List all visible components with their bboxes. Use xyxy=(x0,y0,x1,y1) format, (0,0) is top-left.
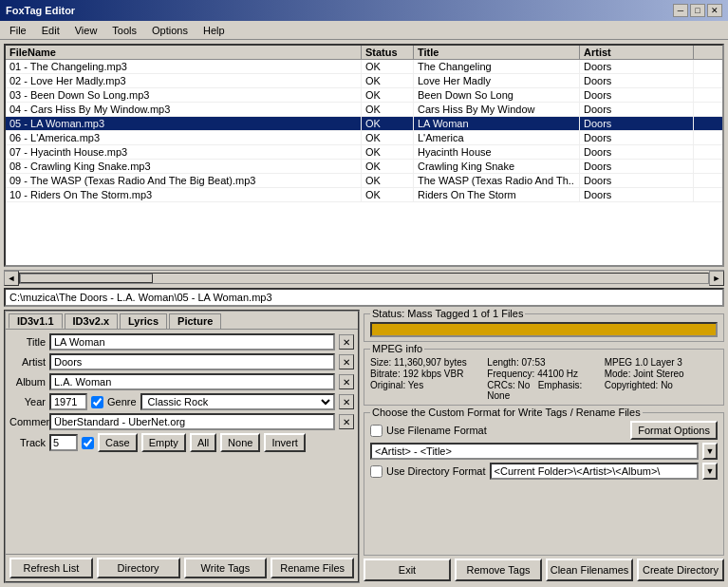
artist-label: Artist xyxy=(9,356,46,368)
mpeg-crcs: CRCs: No Emphasis: None xyxy=(487,380,600,401)
table-cell-status: OK xyxy=(362,188,414,201)
empty-button[interactable]: Empty xyxy=(141,433,186,452)
table-row[interactable]: 03 - Been Down So Long.mp3OKBeen Down So… xyxy=(6,88,722,103)
menu-options[interactable]: Options xyxy=(146,24,194,37)
clean-filenames-button[interactable]: Clean Filenames xyxy=(546,559,633,581)
table-cell-status: OK xyxy=(362,160,414,173)
scroll-right-btn[interactable]: ► xyxy=(709,271,724,286)
hscroll-track[interactable] xyxy=(19,273,709,284)
exit-button[interactable]: Exit xyxy=(364,559,451,581)
mpeg-freq: Frequency: 44100 Hz xyxy=(487,369,600,379)
table-cell-artist: Doors xyxy=(580,60,694,73)
table-cell-filename: 03 - Been Down So Long.mp3 xyxy=(6,88,362,102)
write-tags-button[interactable]: Write Tags xyxy=(184,558,268,578)
right-panel: Status: Mass Tagged 1 of 1 Files MPEG in… xyxy=(364,310,724,583)
table-row[interactable]: 08 - Crawling King Snake.mp3OKCrawling K… xyxy=(6,160,722,174)
menu-file[interactable]: File xyxy=(4,24,32,37)
filename-format-input[interactable] xyxy=(370,443,699,460)
album-field-row: Album ✕ xyxy=(9,373,354,390)
table-row[interactable]: 02 - Love Her Madly.mp3OKLove Her MadlyD… xyxy=(6,74,722,88)
menu-tools[interactable]: Tools xyxy=(106,24,142,37)
file-list-container: FileName Status Title Artist 01 - The Ch… xyxy=(4,44,724,267)
refresh-list-button[interactable]: Refresh List xyxy=(9,558,93,578)
format-options-button[interactable]: Format Options xyxy=(630,421,718,440)
tab-lyrics[interactable]: Lyrics xyxy=(120,313,167,329)
title-clear-btn[interactable]: ✕ xyxy=(339,334,354,350)
status-progress-bar xyxy=(370,322,718,337)
track-checkbox[interactable] xyxy=(82,437,94,449)
none-button[interactable]: None xyxy=(220,433,260,452)
create-directory-button[interactable]: Create Directory xyxy=(637,559,724,581)
tab-id3v2[interactable]: ID3v2.x xyxy=(65,313,119,329)
filename-format-dropdown[interactable]: ▼ xyxy=(702,443,718,460)
tab-id3v1[interactable]: ID3v1.1 xyxy=(9,313,63,329)
all-button[interactable]: All xyxy=(190,433,216,452)
directory-format-input[interactable] xyxy=(490,463,699,480)
table-row[interactable]: 05 - LA Woman.mp3OKLA WomanDoors xyxy=(6,117,722,131)
year-checkbox[interactable] xyxy=(91,396,103,408)
use-directory-label: Use Directory Format xyxy=(386,465,486,477)
mpeg-length: Length: 07:53 xyxy=(487,357,600,368)
tab-picture[interactable]: Picture xyxy=(169,313,221,329)
table-cell-title: Been Down So Long xyxy=(414,88,580,102)
case-button[interactable]: Case xyxy=(98,433,138,452)
scroll-left-btn[interactable]: ◄ xyxy=(4,271,19,286)
file-path: C:\muzica\The Doors - L.A. Woman\05 - LA… xyxy=(4,288,724,307)
album-input[interactable] xyxy=(49,373,335,390)
track-row: Track Case Empty All None Invert xyxy=(9,433,354,452)
table-cell-title: Love Her Madly xyxy=(414,74,580,87)
track-input[interactable] xyxy=(49,434,78,451)
table-cell-filename: 04 - Cars Hiss By My Window.mp3 xyxy=(6,103,362,116)
remove-tags-button[interactable]: Remove Tags xyxy=(455,559,542,581)
file-list-body: 01 - The Changeling.mp3OKThe ChangelingD… xyxy=(6,60,722,265)
comment-clear-btn[interactable]: ✕ xyxy=(339,414,354,429)
table-cell-status: OK xyxy=(362,117,414,130)
year-genre-row: Year Genre Classic Rock Rock Pop ✕ xyxy=(9,393,354,410)
close-button[interactable]: ✕ xyxy=(707,4,722,17)
table-row[interactable]: 10 - Riders On The Storm.mp3OKRiders On … xyxy=(6,188,722,202)
table-cell-title: Hyacinth House xyxy=(414,145,580,159)
genre-label: Genre xyxy=(107,396,137,407)
menu-help[interactable]: Help xyxy=(197,24,231,37)
directory-button[interactable]: Directory xyxy=(97,558,180,578)
maximize-button[interactable]: □ xyxy=(690,4,705,17)
mpeg-mode: Mode: Joint Stereo xyxy=(605,369,718,379)
table-cell-title: L'America xyxy=(414,131,580,144)
table-row[interactable]: 04 - Cars Hiss By My Window.mp3OKCars Hi… xyxy=(6,103,722,117)
mpeg-copyrighted: Copyrighted: No xyxy=(605,380,718,401)
format-section: Choose the Custom Format for Write Tags … xyxy=(364,412,724,556)
table-row[interactable]: 01 - The Changeling.mp3OKThe ChangelingD… xyxy=(6,60,722,74)
artist-clear-btn[interactable]: ✕ xyxy=(339,354,354,369)
table-cell-filename: 08 - Crawling King Snake.mp3 xyxy=(6,160,362,173)
invert-button[interactable]: Invert xyxy=(264,433,306,452)
table-cell-status: OK xyxy=(362,103,414,116)
rename-files-button[interactable]: Rename Files xyxy=(271,558,354,578)
artist-input[interactable] xyxy=(49,353,335,370)
directory-format-dropdown[interactable]: ▼ xyxy=(702,463,718,480)
year-input[interactable] xyxy=(49,393,87,410)
genre-clear-btn[interactable]: ✕ xyxy=(339,394,354,409)
table-cell-artist: Doors xyxy=(580,131,694,144)
use-filename-checkbox[interactable] xyxy=(370,425,383,437)
use-directory-checkbox[interactable] xyxy=(370,465,383,478)
tag-tabs: ID3v1.1 ID3v2.x Lyrics Picture xyxy=(6,312,358,329)
table-cell-filename: 05 - LA Woman.mp3 xyxy=(6,117,362,130)
comment-label: Comment xyxy=(9,416,46,427)
album-clear-btn[interactable]: ✕ xyxy=(339,374,354,389)
table-cell-filename: 02 - Love Her Madly.mp3 xyxy=(6,74,362,87)
hscroll-bar[interactable]: ◄ ► xyxy=(4,270,724,285)
menu-view[interactable]: View xyxy=(69,24,103,37)
table-row[interactable]: 06 - L'America.mp3OKL'AmericaDoors xyxy=(6,131,722,145)
table-row[interactable]: 09 - The WASP (Texas Radio And The Big B… xyxy=(6,174,722,188)
table-cell-filename: 07 - Hyacinth House.mp3 xyxy=(6,145,362,159)
genre-select[interactable]: Classic Rock Rock Pop xyxy=(140,393,335,410)
title-input[interactable] xyxy=(49,333,335,350)
menu-edit[interactable]: Edit xyxy=(36,24,65,37)
title-field-row: Title ✕ xyxy=(9,333,354,350)
mpeg-original: Original: Yes xyxy=(370,380,483,401)
hscroll-thumb[interactable] xyxy=(20,274,153,283)
comment-input[interactable] xyxy=(49,413,335,430)
mpeg-bitrate: Bitrate: 192 kbps VBR xyxy=(370,369,483,379)
table-row[interactable]: 07 - Hyacinth House.mp3OKHyacinth HouseD… xyxy=(6,145,722,160)
minimize-button[interactable]: ─ xyxy=(673,4,688,17)
